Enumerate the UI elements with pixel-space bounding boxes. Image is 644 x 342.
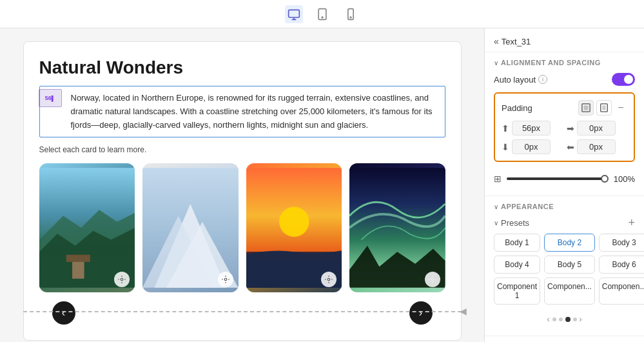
pagination-dots: ‹ ›	[494, 310, 635, 329]
presets-grid: Body 1 Body 2 Body 3 Body 4 Body 5 Body …	[494, 234, 635, 305]
device-tablet-btn[interactable]	[313, 5, 331, 23]
photo-card-sunset[interactable]	[246, 163, 342, 292]
padding-left-value[interactable]: 0px	[577, 139, 616, 154]
dot-4[interactable]	[573, 317, 577, 321]
preset-body1[interactable]: Body 1	[494, 234, 540, 252]
padding-icons-group: −	[578, 100, 627, 116]
photo-card-aurora[interactable]	[349, 163, 445, 292]
toolbar	[0, 0, 644, 28]
content-card: Natural Wonders 56 ▌ Norway, located in …	[23, 41, 462, 341]
opacity-slider[interactable]	[507, 177, 609, 180]
dot-3[interactable]	[565, 317, 571, 322]
svg-point-16	[224, 279, 227, 281]
preset-comp2[interactable]: Componen...	[544, 277, 595, 305]
padding-minus-btn[interactable]: −	[614, 101, 627, 114]
padding-left-field: ⬅ 0px	[567, 139, 628, 154]
opacity-grid-icon: ⊞	[494, 174, 502, 184]
presets-chevron[interactable]: ∨	[494, 219, 498, 226]
alignment-spacing-section: ∨ ALIGNMENT AND SPACING Auto layout i Pa…	[485, 52, 644, 196]
pagination-prev[interactable]: ‹	[547, 315, 550, 324]
nav-arrows: ‹ ›	[39, 301, 445, 325]
svg-point-2	[322, 17, 323, 18]
padding-individual-btn[interactable]	[578, 100, 594, 116]
svg-point-4	[350, 17, 351, 18]
section-chevron-appearance[interactable]: ∨	[494, 203, 498, 210]
dot-1[interactable]	[552, 317, 556, 321]
svg-point-23	[431, 279, 434, 281]
svg-point-20	[327, 279, 330, 281]
preset-comp1[interactable]: Component 1	[494, 277, 540, 305]
body-text: Norway, located in Northern Europe, is r…	[71, 92, 438, 132]
padding-bottom-icon: ⬇	[502, 142, 509, 152]
preset-body3[interactable]: Body 3	[599, 234, 644, 252]
svg-point-18	[279, 207, 309, 237]
nav-next-btn[interactable]: ›	[409, 301, 433, 325]
canvas-area: Natural Wonders 56 ▌ Norway, located in …	[0, 28, 484, 342]
photo-card-fjord[interactable]	[39, 163, 135, 292]
preset-body2[interactable]: Body 2	[544, 234, 595, 252]
panel-title: Text_31	[502, 37, 531, 46]
preset-body6[interactable]: Body 6	[599, 256, 644, 274]
auto-layout-info-icon[interactable]: i	[538, 75, 547, 84]
panel-back-btn[interactable]: « Text_31	[494, 36, 531, 46]
svg-rect-9	[66, 255, 90, 262]
padding-top-icon: ⬆	[502, 123, 509, 134]
device-desktop-btn[interactable]	[285, 5, 303, 23]
auto-layout-label: Auto layout i	[494, 75, 547, 85]
svg-rect-25	[584, 106, 589, 110]
padding-right-icon: ➡	[567, 123, 574, 134]
padding-row-header: Padding	[502, 100, 627, 116]
nav-prev-btn[interactable]: ‹	[52, 301, 75, 325]
opacity-value: 100%	[614, 174, 635, 184]
padding-right-value[interactable]: 0px	[577, 121, 616, 136]
page-heading: Natural Wonders	[39, 57, 445, 78]
main-layout: Natural Wonders 56 ▌ Norway, located in …	[0, 28, 644, 342]
appearance-section: ∨ APPEARANCE ∨ Presets + Body 1 Body 2 B…	[485, 196, 644, 336]
padding-bottom-field: ⬇ 0px	[502, 139, 563, 154]
card-action-snow[interactable]	[218, 272, 233, 287]
card-action-aurora[interactable]	[425, 272, 440, 287]
svg-rect-15	[142, 168, 239, 288]
preset-body5[interactable]: Body 5	[544, 256, 595, 274]
padding-right-field: ➡ 0px	[567, 121, 628, 136]
auto-layout-row: Auto layout i	[494, 73, 635, 86]
font-row: Arial Georgia Helvetica Regular Bold Ita…	[485, 336, 644, 342]
pagination-next[interactable]: ›	[580, 315, 582, 324]
section-header-appearance: ∨ APPEARANCE	[494, 203, 635, 210]
opacity-row: ⊞ 100%	[494, 168, 635, 189]
right-panel: « Text_31 ∨ ALIGNMENT AND SPACING Auto l…	[484, 28, 644, 342]
preset-comp3[interactable]: Componen...	[599, 277, 644, 305]
select-hint: Select each card to learn more.	[39, 145, 445, 154]
padding-left-icon: ⬅	[567, 142, 574, 152]
text-block[interactable]: 56 ▌ Norway, located in Northern Europe,…	[39, 86, 445, 137]
panel-header: « Text_31	[485, 28, 644, 52]
svg-rect-8	[72, 261, 84, 279]
padding-bottom-value[interactable]: 0px	[512, 139, 551, 154]
canvas-wrapper: Natural Wonders 56 ▌ Norway, located in …	[23, 41, 462, 341]
photo-card-snow[interactable]	[142, 163, 239, 292]
svg-rect-27	[602, 106, 605, 110]
padding-section: Padding	[494, 92, 635, 162]
padding-values-grid: ⬆ 56px ➡ 0px ⬇ 0px ⬅ 0px	[502, 121, 627, 154]
padding-top-value[interactable]: 56px	[512, 121, 551, 136]
section-chevron-alignment[interactable]: ∨	[494, 59, 498, 66]
svg-rect-0	[288, 10, 299, 17]
device-mobile-btn[interactable]	[342, 5, 360, 23]
preset-body4[interactable]: Body 4	[494, 256, 540, 274]
section-title-appearance: APPEARANCE	[501, 203, 554, 210]
padding-top-field: ⬆ 56px	[502, 121, 563, 136]
padding-label: Padding	[502, 103, 532, 113]
cards-row	[39, 163, 445, 292]
presets-label: Presets	[501, 218, 529, 228]
presets-add-btn[interactable]: +	[628, 217, 635, 228]
svg-point-10	[121, 279, 123, 281]
auto-layout-toggle[interactable]	[612, 73, 635, 86]
section-header-alignment: ∨ ALIGNMENT AND SPACING	[494, 59, 635, 66]
cursor-indicator: 56 ▌	[39, 89, 62, 107]
padding-combined-btn[interactable]	[596, 100, 612, 116]
section-title-alignment: ALIGNMENT AND SPACING	[501, 59, 601, 66]
dot-2[interactable]	[559, 317, 563, 321]
presets-header: ∨ Presets +	[494, 217, 635, 228]
